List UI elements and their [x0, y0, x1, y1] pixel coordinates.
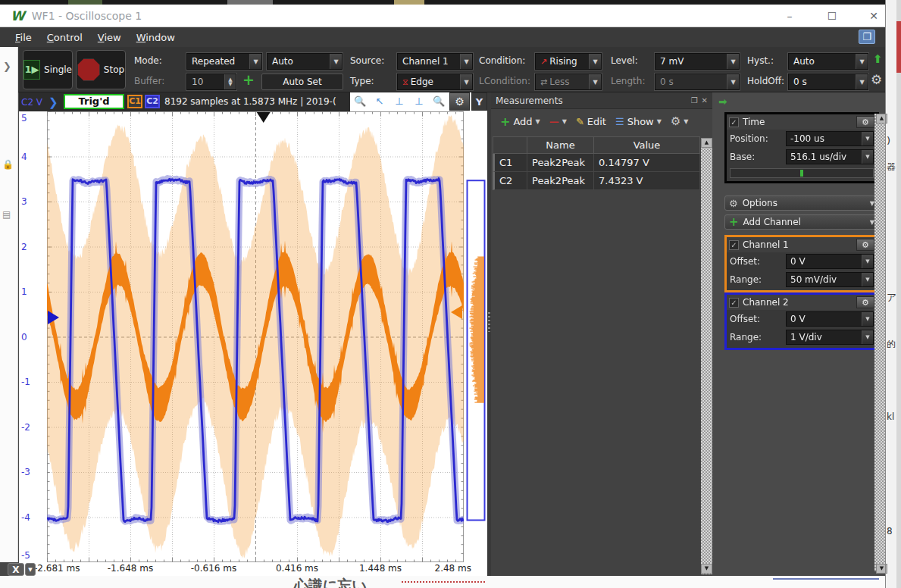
- add-channel-dropdown[interactable]: + Add Channel ▼: [724, 214, 879, 230]
- y-tick-label: -3: [21, 467, 30, 477]
- table-row[interactable]: C1 Peak2Peak 0.14797 V: [493, 154, 700, 172]
- lock-icon: 🔒: [2, 159, 14, 170]
- trigger-gear-icon[interactable]: ⚙: [871, 72, 882, 87]
- chevron-down-icon: ▼: [862, 255, 873, 268]
- condition-select[interactable]: ↗ Rising ▼: [535, 53, 602, 70]
- menu-file[interactable]: File: [8, 30, 39, 45]
- x-tick-label: -2.681 ms: [34, 563, 80, 574]
- type-value: Edge: [411, 77, 433, 87]
- time-checkbox[interactable]: ✓: [729, 117, 739, 127]
- buffer-add-icon[interactable]: +: [242, 71, 255, 88]
- measurements-scrollbar[interactable]: [701, 138, 712, 574]
- zoom-one-icon[interactable]: 🔍: [352, 94, 368, 109]
- lcondition-select[interactable]: ⇄ Less ▼: [535, 74, 602, 90]
- holdoff-select[interactable]: 0 s ▼: [788, 74, 868, 90]
- channel2-badge[interactable]: C2: [145, 95, 160, 108]
- x-axis-button[interactable]: X: [8, 563, 24, 576]
- chevron-down-icon: ▼: [536, 118, 540, 125]
- y-tick-label: 1: [21, 286, 27, 297]
- channel2-checkbox[interactable]: ✓: [729, 298, 739, 308]
- table-row[interactable]: C2 Peak2Peak 7.4323 V: [493, 172, 700, 190]
- edit-measurement-button[interactable]: ✎ Edit: [573, 114, 609, 129]
- level-label: Level:: [611, 55, 638, 66]
- menu-control-label: Control: [47, 32, 83, 43]
- waveform-plot[interactable]: [47, 111, 464, 562]
- add-channel-label: Add Channel: [743, 217, 801, 227]
- cascade-windows-icon[interactable]: ❐: [859, 30, 875, 44]
- time-gear-button[interactable]: ⚙: [856, 116, 874, 128]
- level-select[interactable]: 7 mV ▼: [655, 53, 740, 70]
- minimize-button[interactable]: –: [777, 5, 802, 27]
- close-button[interactable]: ✕: [861, 5, 887, 27]
- scroll-up-button[interactable]: ▲: [701, 138, 712, 148]
- show-label: Show: [627, 116, 654, 127]
- channel1-gear-button[interactable]: ⚙: [856, 239, 874, 251]
- panel-scrollbar[interactable]: [874, 114, 885, 571]
- mode-auto-select[interactable]: Auto ▼: [267, 53, 343, 70]
- type-select[interactable]: ⧖ Edge ▼: [397, 74, 473, 90]
- close-panel-icon[interactable]: ✕: [702, 96, 708, 105]
- channel2-offset-value: 0 V: [790, 314, 806, 324]
- measurements-panel: Measurements ❐ ✕ + Add ▼ — ▼ ✎ Edit ☰ Sh…: [491, 92, 712, 576]
- y-tick-label: 4: [21, 152, 27, 162]
- source-label: Source:: [350, 55, 384, 66]
- channel1-range-select[interactable]: 50 mV/div ▼: [786, 272, 874, 287]
- channel2-gear-button[interactable]: ⚙: [856, 296, 874, 308]
- source-select[interactable]: Channel 1 ▼: [397, 53, 473, 70]
- stop-button[interactable]: Stop: [76, 50, 126, 89]
- c1-offset-marker[interactable]: [451, 305, 462, 319]
- mode-select[interactable]: Repeated ▼: [186, 53, 262, 70]
- y-tick-label: 3: [21, 196, 27, 207]
- measurements-gear-button[interactable]: ⚙ ▼: [668, 113, 692, 130]
- float-panel-icon[interactable]: ❐: [691, 96, 698, 105]
- c2-offset-marker[interactable]: [48, 311, 59, 324]
- plot-side-strip: [464, 111, 487, 562]
- expand-arrow-icon[interactable]: ❯: [48, 95, 58, 109]
- show-measurement-button[interactable]: ☰ Show ▼: [612, 114, 665, 129]
- remove-measurement-button[interactable]: — ▼: [546, 114, 570, 129]
- y-axis-button[interactable]: Y: [471, 92, 487, 111]
- base-select[interactable]: 516.1 us/div ▼: [786, 149, 874, 164]
- menu-window[interactable]: Window: [129, 30, 183, 45]
- trigger-status-badge: Trig'd: [64, 94, 124, 109]
- buffer-spinner[interactable]: 10 ▲▼: [186, 74, 236, 90]
- x-cursors-icon[interactable]: ⊥: [392, 94, 407, 109]
- time-indicator-button[interactable]: [730, 168, 874, 178]
- channel2-range-select[interactable]: 1 V/div ▼: [786, 330, 874, 345]
- channel1-checkbox[interactable]: ✓: [729, 240, 739, 250]
- collapse-arrow-icon[interactable]: ➡: [718, 95, 727, 108]
- options-dropdown[interactable]: ⚙ Options ▼: [724, 195, 879, 211]
- arrow-up-icon[interactable]: ⬆: [873, 52, 883, 66]
- menu-control[interactable]: Control: [39, 30, 90, 45]
- single-button[interactable]: 1▶ Single: [23, 50, 73, 89]
- channel1-badge[interactable]: C1: [127, 95, 142, 108]
- holdoff-value: 0 s: [793, 77, 807, 87]
- length-label: Length:: [611, 76, 645, 86]
- chevron-down-icon: ▼: [657, 118, 662, 125]
- channel1-offset-select[interactable]: 0 V ▼: [786, 254, 874, 269]
- cursor-icon[interactable]: ↖: [372, 94, 387, 109]
- length-select[interactable]: 0 s ▼: [655, 74, 740, 90]
- channel2-offset-select[interactable]: 0 V ▼: [786, 311, 874, 327]
- zoom-icon[interactable]: 🔍: [431, 94, 446, 109]
- edit-label: Edit: [587, 116, 606, 127]
- background-glyph: ▤: [2, 209, 11, 220]
- plot-gear-button[interactable]: ⚙: [449, 92, 470, 111]
- menu-view-label: View: [98, 32, 121, 43]
- menu-view[interactable]: View: [90, 30, 129, 45]
- autoset-button[interactable]: Auto Set: [261, 74, 343, 90]
- add-measurement-button[interactable]: + Add ▼: [497, 113, 543, 130]
- maximize-button[interactable]: ☐: [819, 5, 845, 27]
- hyst-select[interactable]: Auto ▼: [788, 53, 868, 70]
- range-label: Range:: [730, 274, 762, 285]
- x-axis-dropdown[interactable]: ▼: [25, 563, 36, 576]
- scroll-down-button[interactable]: ▼: [701, 564, 712, 574]
- holdoff-label: HoldOff:: [747, 76, 784, 86]
- row-channel: C1: [493, 154, 527, 172]
- y-cursors-icon[interactable]: ⊥: [411, 94, 427, 109]
- channel2-header: ✓ Channel 2 ⚙: [727, 295, 877, 310]
- samples-status-text: 8192 samples at 1.5873 MHz | 2019-(: [164, 96, 336, 107]
- spinner-arrows-icon: ▲▼: [224, 74, 236, 89]
- y-tick-label: 5: [21, 113, 27, 124]
- position-select[interactable]: -100 us ▼: [786, 131, 874, 146]
